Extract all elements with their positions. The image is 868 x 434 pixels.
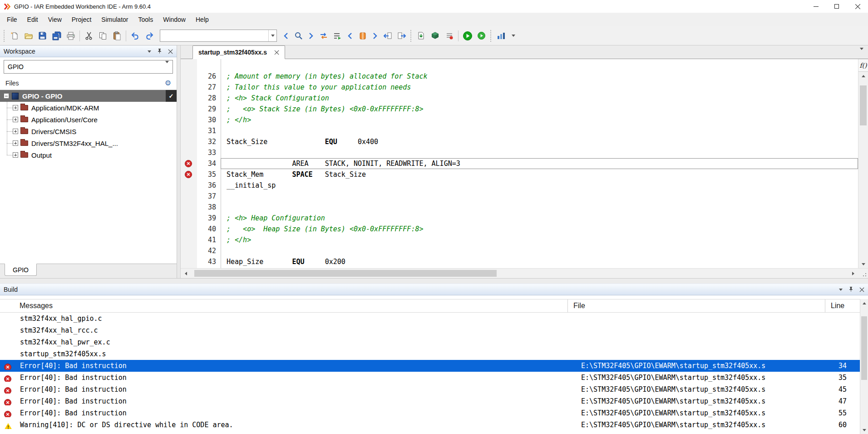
navigate-forward-button[interactable] bbox=[395, 29, 409, 43]
collapse-icon[interactable] bbox=[4, 93, 9, 99]
column-header-line[interactable]: Line bbox=[825, 299, 860, 312]
code-view[interactable]: 26; Amount of memory (in bytes) allocate… bbox=[181, 59, 858, 268]
build-row[interactable]: Error[40]: Bad instructionE:\STM32F405\G… bbox=[0, 384, 868, 395]
toolbar-grip[interactable] bbox=[410, 30, 412, 42]
build-row[interactable]: Error[40]: Bad instructionE:\STM32F405\G… bbox=[0, 395, 868, 407]
horizontal-splitter[interactable] bbox=[0, 278, 868, 284]
code-line-26[interactable]: 26; Amount of memory (in bytes) allocate… bbox=[181, 71, 858, 82]
menu-help[interactable]: Help bbox=[191, 13, 214, 26]
code-text[interactable]: Heap_Size EQU 0x200 bbox=[221, 256, 858, 267]
code-line-37[interactable]: 37 bbox=[181, 191, 858, 202]
code-line-33[interactable]: 33 bbox=[181, 147, 858, 158]
quick-search-input[interactable] bbox=[160, 30, 268, 41]
code-line-36[interactable]: 36__initial_sp bbox=[181, 180, 858, 191]
code-text[interactable]: __initial_sp bbox=[221, 180, 858, 191]
toolbar-grip[interactable] bbox=[490, 30, 492, 42]
tree-item-application-mdk-arm[interactable]: Application/MDK-ARM bbox=[0, 102, 177, 114]
code-line-38[interactable]: 38 bbox=[181, 202, 858, 213]
editor-hscrollbar[interactable] bbox=[181, 268, 868, 278]
code-text[interactable]: ; Tailor this value to your application … bbox=[221, 82, 858, 93]
build-row[interactable]: !Warning[410]: DC or DS directive while … bbox=[0, 419, 868, 431]
tree-item-drivers-cmsis[interactable]: Drivers/CMSIS bbox=[0, 125, 177, 137]
combo-dropdown-button[interactable] bbox=[268, 30, 276, 41]
cut-button[interactable] bbox=[82, 29, 96, 43]
gutter-cell[interactable] bbox=[181, 136, 197, 147]
gutter-cell[interactable] bbox=[181, 213, 197, 224]
menu-tools[interactable]: Tools bbox=[133, 13, 158, 26]
tree-item-application-user-core[interactable]: Application/User/Core bbox=[0, 114, 177, 125]
scroll-up-button[interactable] bbox=[858, 72, 868, 80]
panel-menu-icon[interactable] bbox=[148, 50, 151, 53]
code-text[interactable]: ; </h> bbox=[221, 234, 858, 245]
function-list-button[interactable]: f() bbox=[858, 59, 868, 72]
save-button[interactable] bbox=[35, 29, 49, 43]
close-tab-icon[interactable] bbox=[274, 50, 279, 55]
code-line-28[interactable]: 28; <h> Stack Configuration bbox=[181, 93, 858, 104]
build-row[interactable]: Error[40]: Bad instructionE:\STM32F405\G… bbox=[0, 372, 868, 384]
code-line-32[interactable]: 32Stack_Size EQU 0x400 bbox=[181, 136, 858, 147]
build-row[interactable]: stm32f4xx_hal_rcc.c bbox=[0, 324, 868, 336]
code-text[interactable] bbox=[221, 245, 858, 256]
hscroll-thumb[interactable] bbox=[194, 270, 497, 277]
code-text[interactable]: ; <o> Heap Size (in Bytes) <0x0-0xFFFFFF… bbox=[221, 224, 858, 234]
new-document-button[interactable] bbox=[7, 29, 21, 43]
column-header-messages[interactable]: Messages bbox=[0, 299, 567, 312]
build-row[interactable]: Error[40]: Bad instructionE:\STM32F405\G… bbox=[0, 407, 868, 419]
profiling-button[interactable] bbox=[494, 29, 508, 43]
tree-item-output[interactable]: Output bbox=[0, 149, 177, 161]
code-line-44[interactable]: 44 bbox=[181, 267, 858, 268]
build-vscrollbar[interactable] bbox=[860, 299, 868, 434]
code-text[interactable]: ; </h> bbox=[221, 115, 858, 125]
debug-without-downloading-button[interactable] bbox=[474, 29, 488, 43]
panel-menu-icon[interactable] bbox=[839, 289, 843, 291]
code-text[interactable]: ; <h> Heap Configuration bbox=[221, 213, 858, 224]
next-bookmark-button[interactable] bbox=[370, 29, 380, 43]
code-line-27[interactable]: 27; Tailor this value to your applicatio… bbox=[181, 82, 858, 93]
editor-vscrollbar[interactable] bbox=[858, 72, 868, 268]
expand-icon[interactable] bbox=[13, 117, 18, 122]
open-button[interactable] bbox=[21, 29, 35, 43]
build-row[interactable]: stm32f4xx_hal_pwr_ex.c bbox=[0, 336, 868, 348]
gutter-cell[interactable] bbox=[181, 125, 197, 136]
code-text[interactable]: Stack_Size EQU 0x400 bbox=[221, 136, 858, 147]
menu-file[interactable]: File bbox=[2, 13, 22, 26]
scroll-left-button[interactable] bbox=[181, 269, 191, 278]
code-text[interactable]: AREA STACK, NOINIT, READWRITE, ALIGN=3 bbox=[221, 158, 858, 169]
workspace-tab-gpio[interactable]: GPIO bbox=[5, 264, 37, 276]
download-and-debug-button[interactable] bbox=[460, 29, 474, 43]
tab-list-icon[interactable] bbox=[860, 50, 863, 58]
pin-icon[interactable] bbox=[157, 48, 162, 55]
code-line-30[interactable]: 30; </h> bbox=[181, 115, 858, 125]
code-text[interactable]: Stack_Mem SPACE Stack_Size bbox=[221, 169, 858, 180]
vscroll-thumb[interactable] bbox=[860, 85, 867, 125]
undo-button[interactable] bbox=[128, 29, 142, 43]
code-line-43[interactable]: 43Heap_Size EQU 0x200 bbox=[181, 256, 858, 267]
code-line-42[interactable]: 42 bbox=[181, 245, 858, 256]
gutter-cell[interactable] bbox=[181, 158, 197, 169]
paste-button[interactable] bbox=[110, 29, 124, 43]
build-row[interactable]: stm32f4xx_hal_gpio.c bbox=[0, 313, 868, 324]
tree-item-drivers-stm32f4xx-hal[interactable]: Drivers/STM32F4xx_HAL_... bbox=[0, 137, 177, 149]
build-vscroll-track[interactable] bbox=[860, 307, 868, 426]
build-row[interactable]: startup_stm32f405xx.s bbox=[0, 348, 868, 360]
expand-icon[interactable] bbox=[13, 140, 18, 146]
code-text[interactable]: ; <h> Stack Configuration bbox=[221, 93, 858, 104]
expand-icon[interactable] bbox=[13, 152, 18, 158]
gutter-cell[interactable] bbox=[181, 224, 197, 234]
resize-grip[interactable] bbox=[858, 269, 868, 278]
gutter-cell[interactable] bbox=[181, 234, 197, 245]
save-all-button[interactable] bbox=[49, 29, 64, 43]
gear-icon[interactable]: ⚙ bbox=[165, 80, 171, 87]
gutter-cell[interactable] bbox=[181, 93, 197, 104]
vertical-splitter[interactable] bbox=[177, 45, 181, 278]
code-text[interactable] bbox=[221, 191, 858, 202]
menu-simulator[interactable]: Simulator bbox=[96, 13, 133, 26]
code-line-39[interactable]: 39; <h> Heap Configuration bbox=[181, 213, 858, 224]
gutter-cell[interactable] bbox=[181, 245, 197, 256]
profiling-dropdown-button[interactable] bbox=[508, 29, 519, 43]
hscroll-track[interactable] bbox=[191, 269, 848, 278]
find-previous-button[interactable] bbox=[281, 29, 291, 43]
code-text[interactable] bbox=[221, 125, 858, 136]
replace-button[interactable] bbox=[316, 29, 330, 43]
minimize-button[interactable] bbox=[805, 0, 826, 13]
